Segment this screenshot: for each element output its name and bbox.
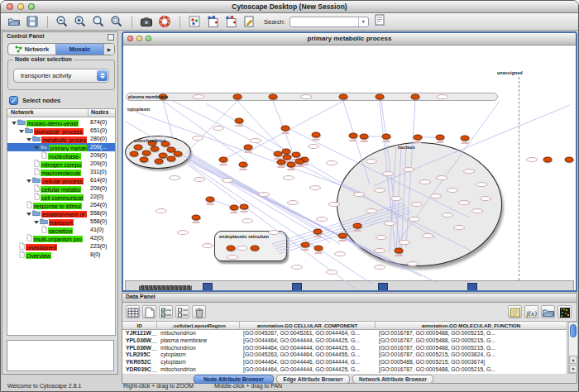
network-view-titlebar[interactable]: primary metabolic process <box>123 33 576 45</box>
network-node[interactable] <box>227 246 236 251</box>
network-node[interactable] <box>360 134 369 140</box>
tree-row[interactable]: transport558(0) <box>7 218 115 226</box>
zoom-selected-icon[interactable] <box>110 15 124 29</box>
network-node[interactable] <box>353 223 362 229</box>
network-node[interactable] <box>235 118 244 124</box>
network-node[interactable] <box>130 151 139 157</box>
network-node[interactable] <box>411 94 420 100</box>
tree-row[interactable]: mosaic-demo-yeast874(0) <box>7 118 115 127</box>
network-node[interactable] <box>312 132 321 138</box>
table-row[interactable]: YPL036W__1mitochondrion[GO:0044464, GO:0… <box>122 345 567 352</box>
tree-row[interactable]: nitrogen compo209(0) <box>7 160 115 168</box>
table-cell[interactable]: [GO:0016787, GO:0005488, GO:0005215, G..… <box>376 337 567 345</box>
network-canvas[interactable]: plasma membrane cytoplasm mitochondrion … <box>123 45 576 290</box>
table-cell[interactable]: [GO:0016787, GO:0005488, GO:0005215, G..… <box>376 330 567 337</box>
network-node[interactable] <box>414 135 423 141</box>
expander-icon[interactable] <box>34 146 39 150</box>
expander-icon[interactable] <box>12 122 17 125</box>
table-cell[interactable]: cytoplasm <box>157 359 240 366</box>
expander-icon[interactable] <box>26 179 31 183</box>
tree-row[interactable]: multi-organism pro42(0) <box>7 234 115 242</box>
tree-row[interactable]: secretion41(0) <box>7 226 115 234</box>
expander-icon[interactable] <box>19 130 24 133</box>
network-node[interactable] <box>287 162 296 168</box>
window-titlebar[interactable]: Cytoscape Desktop (New Session) <box>1 1 578 13</box>
attr-select-icon[interactable] <box>126 305 140 318</box>
tree-row[interactable]: establishment of lo558(0) <box>7 209 115 218</box>
trash-icon[interactable] <box>192 305 206 318</box>
table-cell[interactable]: [GO:0045267, GO:0045261, GO:0044464, G..… <box>240 330 376 337</box>
network-node[interactable] <box>376 94 385 100</box>
birdseye-view[interactable] <box>7 340 114 371</box>
scroll-up-icon[interactable]: ▲ <box>569 356 577 364</box>
tree-row[interactable]: unassigned223(0) <box>7 242 115 251</box>
column-header[interactable]: _cellularLayoutRegion <box>157 322 240 330</box>
tree-col-nodes[interactable]: Nodes <box>88 109 108 117</box>
expander-icon[interactable] <box>26 138 31 141</box>
network-node[interactable] <box>292 152 301 158</box>
column-header[interactable]: ID <box>122 322 157 330</box>
network-node[interactable] <box>142 151 151 156</box>
network-node[interactable] <box>301 242 310 248</box>
notes-icon[interactable] <box>508 305 522 318</box>
attr-batch-icon[interactable] <box>159 305 173 318</box>
network-node[interactable] <box>240 204 249 210</box>
network-node[interactable] <box>151 146 160 152</box>
network-node[interactable] <box>192 215 201 221</box>
table-cell[interactable]: [GO:0044464, GO:0044444, GO:0044425, G..… <box>240 366 376 374</box>
zoom-in-icon[interactable] <box>74 15 88 29</box>
network-node[interactable] <box>543 157 553 163</box>
table-cell[interactable]: [GO:0005488, GO:0005215, GO:0003674] <box>376 359 567 366</box>
attr-list-icon[interactable] <box>175 305 189 318</box>
search-dropdown-icon[interactable]: ▾ <box>358 17 368 26</box>
network-node[interactable] <box>277 160 286 165</box>
network-node[interactable] <box>239 162 248 168</box>
network-node[interactable] <box>219 157 228 163</box>
network-node[interactable] <box>282 149 291 155</box>
table-cell[interactable]: [GO:0045263, GO:0044464, GO:0044455, G..… <box>240 351 376 359</box>
scroll-down-icon[interactable]: ▼ <box>569 365 577 373</box>
network-node[interactable] <box>436 135 445 141</box>
network-node[interactable] <box>140 157 149 163</box>
tree-row[interactable]: cell communicat22(0) <box>7 193 115 201</box>
vizmapper-icon[interactable] <box>188 15 202 29</box>
formula-icon[interactable]: f(x) <box>524 305 538 318</box>
tree-row[interactable]: cellular process614(0) <box>7 176 115 184</box>
tab-mosaic[interactable]: Mosaic <box>56 44 104 55</box>
network-node[interactable] <box>338 233 347 239</box>
table-cell[interactable]: [GO:0016787, GO:0005488, GO:0005215, G..… <box>376 366 567 374</box>
open-session-icon[interactable] <box>7 15 22 29</box>
network-node[interactable] <box>174 151 183 157</box>
network-node[interactable] <box>349 133 358 139</box>
network-node[interactable] <box>251 246 260 251</box>
tab-network[interactable]: Network <box>8 44 56 55</box>
network-node[interactable] <box>565 157 574 163</box>
tree-row[interactable]: cellular metabo209(0) <box>7 184 115 193</box>
table-row[interactable]: YPL036W__2plasma membrane[GO:0044464, GO… <box>122 337 567 345</box>
search-input[interactable] <box>292 17 356 26</box>
table-cell[interactable]: [GO:0016787, GO:0005215, GO:0003824, G..… <box>376 351 567 359</box>
tree-row[interactable]: primary metabo209(... <box>7 143 115 151</box>
table-cell[interactable]: YDR039C__1 <box>122 366 157 374</box>
network-node[interactable] <box>295 159 304 165</box>
column-header[interactable]: annotation.GO MOLECULAR_FUNCTION <box>376 322 567 330</box>
table-cell[interactable]: [GO:0044464, GO:0044444, GO:0044425, G..… <box>240 337 376 345</box>
zoom-out-icon[interactable] <box>55 15 69 29</box>
table-row[interactable]: YKR052Ccytoplasm[GO:0044464, GO:0044446,… <box>122 359 567 366</box>
tree-row[interactable]: metabolic process280(0) <box>7 135 115 143</box>
tree-row[interactable]: response to stimul264(0) <box>7 201 115 209</box>
select-nodes-checkbox[interactable]: ✓ <box>9 96 18 105</box>
network-node[interactable] <box>281 126 290 131</box>
network-node[interactable] <box>339 94 348 100</box>
annotation-icon[interactable] <box>242 15 256 29</box>
tree-row[interactable]: macromolecule311(0) <box>7 168 115 176</box>
expander-icon[interactable] <box>34 221 39 224</box>
network-node[interactable] <box>269 94 278 100</box>
network-node[interactable] <box>134 145 143 151</box>
edit-edges-icon[interactable] <box>224 15 238 29</box>
table-cell[interactable]: [GO:0044464, GO:0044446, GO:0044444, G..… <box>240 359 376 366</box>
table-cell[interactable]: [GO:0044464, GO:0044444, GO:0044425, G..… <box>240 345 376 352</box>
table-cell[interactable]: YKR052C <box>122 359 157 366</box>
data-panel-title[interactable]: Data Panel <box>122 294 577 303</box>
help-ring-icon[interactable] <box>158 15 172 29</box>
